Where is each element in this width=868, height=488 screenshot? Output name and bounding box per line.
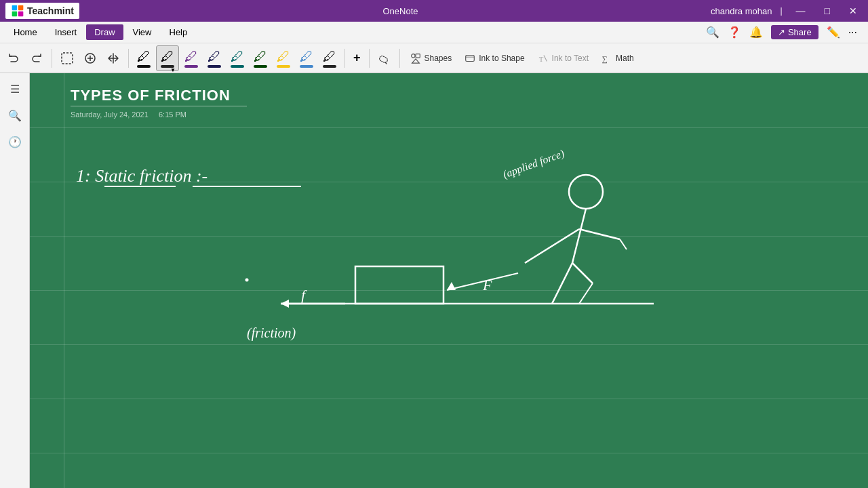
titlebar-left: Teachmint bbox=[5, 3, 90, 19]
titlebar-separator: | bbox=[780, 6, 782, 16]
sep-1 bbox=[52, 49, 52, 68]
undo-button[interactable] bbox=[3, 49, 24, 68]
pen-teal[interactable]: 🖊 bbox=[226, 46, 248, 70]
svg-rect-0 bbox=[12, 5, 18, 11]
undo-icon bbox=[7, 52, 20, 65]
redo-icon bbox=[30, 52, 43, 65]
tab-home[interactable]: Home bbox=[5, 24, 45, 40]
svg-rect-9 bbox=[416, 54, 420, 57]
tab-view[interactable]: View bbox=[125, 24, 160, 40]
static-friction-text: 1: Static friction :- bbox=[76, 166, 208, 186]
f-label: f bbox=[301, 287, 307, 304]
toolbar: 🖊 🖊 ▼ 🖊 🖊 🖊 🖊 🖊 🖊 🖊 + bbox=[0, 43, 868, 73]
ink-to-text-group[interactable]: T Ink to Text bbox=[532, 49, 594, 67]
applied-force-label: (applied force) bbox=[501, 147, 566, 180]
sep-4 bbox=[369, 49, 370, 68]
edit-icon[interactable]: ✏️ bbox=[827, 26, 840, 39]
stick-head bbox=[569, 175, 603, 209]
lasso-button[interactable] bbox=[374, 49, 395, 68]
share-label: Share bbox=[788, 27, 812, 37]
svg-rect-11 bbox=[466, 55, 475, 61]
force-arrow-head bbox=[447, 282, 456, 290]
ink-to-shape-icon bbox=[464, 52, 476, 64]
add-button[interactable] bbox=[79, 49, 101, 68]
sep-5 bbox=[399, 49, 400, 68]
tab-help[interactable]: Help bbox=[161, 24, 196, 40]
minimize-button[interactable]: — bbox=[791, 4, 811, 18]
ribbon: Home Insert Draw View Help 🔍 ❓ 🔔 ↗ Share… bbox=[0, 22, 868, 43]
ink-to-text-icon: T bbox=[537, 52, 549, 64]
search-icon[interactable]: 🔍 bbox=[706, 26, 719, 39]
move-icon bbox=[106, 52, 120, 65]
pen-black[interactable]: 🖊 bbox=[133, 46, 155, 70]
sep-2 bbox=[128, 49, 129, 68]
logo-text: Teachmint bbox=[27, 5, 74, 16]
titlebar: Teachmint OneNote chandra mohan | — □ ✕ bbox=[0, 0, 868, 22]
box-rect bbox=[355, 266, 443, 304]
svg-text:∑: ∑ bbox=[602, 54, 608, 63]
drawing-svg: 1: Static friction :- F f (friction) bbox=[30, 73, 868, 488]
tab-insert[interactable]: Insert bbox=[47, 24, 85, 40]
redo-button[interactable] bbox=[26, 49, 47, 68]
dot-1 bbox=[245, 279, 249, 282]
pen-yellow[interactable]: 🖊 bbox=[273, 46, 294, 70]
svg-rect-1 bbox=[18, 5, 24, 11]
share-button[interactable]: ↗ Share bbox=[771, 25, 818, 39]
add-icon bbox=[83, 52, 97, 65]
lasso-icon bbox=[378, 52, 391, 65]
select-icon bbox=[60, 52, 74, 65]
teachmint-logo: Teachmint bbox=[5, 3, 79, 19]
teachmint-logo-icon bbox=[11, 4, 24, 18]
stick-right-leg-2 bbox=[579, 283, 593, 304]
stick-left-arm bbox=[525, 229, 579, 263]
stick-left-leg bbox=[552, 263, 572, 304]
svg-marker-10 bbox=[412, 58, 419, 62]
pen-selected[interactable]: 🖊 ▼ bbox=[156, 45, 179, 71]
math-icon: ∑ bbox=[601, 52, 613, 64]
sidebar: ☰ 🔍 🕐 bbox=[0, 73, 30, 488]
math-group[interactable]: ∑ Math bbox=[595, 49, 639, 67]
notification-icon[interactable]: 🔔 bbox=[749, 26, 763, 39]
shapes-group[interactable]: Shapes bbox=[404, 49, 458, 67]
pen-dark[interactable]: 🖊 bbox=[203, 46, 225, 70]
titlebar-right: chandra mohan | — □ ✕ bbox=[711, 4, 863, 18]
select-button[interactable] bbox=[56, 49, 78, 68]
shapes-icon bbox=[410, 52, 422, 64]
sidebar-search-icon[interactable]: 🔍 bbox=[4, 105, 26, 126]
stick-body bbox=[572, 209, 586, 263]
friction-label: (friction) bbox=[247, 325, 296, 341]
stick-right-arm bbox=[579, 229, 620, 239]
close-button[interactable]: ✕ bbox=[844, 4, 863, 18]
ink-to-shape-label: Ink to Shape bbox=[479, 54, 524, 63]
move-button[interactable] bbox=[102, 49, 124, 68]
shapes-label: Shapes bbox=[425, 54, 452, 63]
stick-right-leg bbox=[572, 263, 593, 283]
pen-green[interactable]: 🖊 bbox=[250, 46, 271, 70]
sidebar-menu-icon[interactable]: ☰ bbox=[6, 79, 24, 100]
stick-right-arm-2 bbox=[620, 239, 627, 249]
help-icon[interactable]: ❓ bbox=[728, 26, 741, 39]
more-icon[interactable]: ··· bbox=[848, 26, 857, 39]
svg-rect-3 bbox=[18, 12, 24, 17]
add-pen-button[interactable]: + bbox=[349, 48, 365, 68]
sidebar-history-icon[interactable]: 🕐 bbox=[4, 131, 26, 152]
pen-purple[interactable]: 🖊 bbox=[180, 46, 202, 70]
tab-draw[interactable]: Draw bbox=[86, 24, 123, 40]
titlebar-app-name: OneNote bbox=[383, 6, 418, 16]
maximize-button[interactable]: □ bbox=[819, 4, 835, 18]
force-label: F bbox=[482, 277, 492, 293]
pen-blue[interactable]: 🖊 bbox=[296, 46, 317, 70]
svg-rect-2 bbox=[12, 12, 18, 17]
ink-to-shape-group[interactable]: Ink to Shape bbox=[458, 49, 530, 67]
canvas-area: TYPES OF FRICTION Saturday, July 24, 202… bbox=[30, 73, 868, 488]
ink-to-text-label: Ink to Text bbox=[552, 54, 589, 63]
svg-text:T: T bbox=[538, 54, 543, 62]
sep-3 bbox=[344, 49, 345, 68]
friction-arrow-head bbox=[281, 300, 289, 308]
share-icon: ↗ bbox=[778, 27, 785, 37]
svg-point-8 bbox=[411, 54, 414, 57]
user-name: chandra mohan bbox=[711, 6, 772, 16]
svg-rect-4 bbox=[62, 53, 73, 64]
math-label: Math bbox=[616, 54, 634, 63]
pen-darkgray[interactable]: 🖊 bbox=[319, 46, 340, 70]
